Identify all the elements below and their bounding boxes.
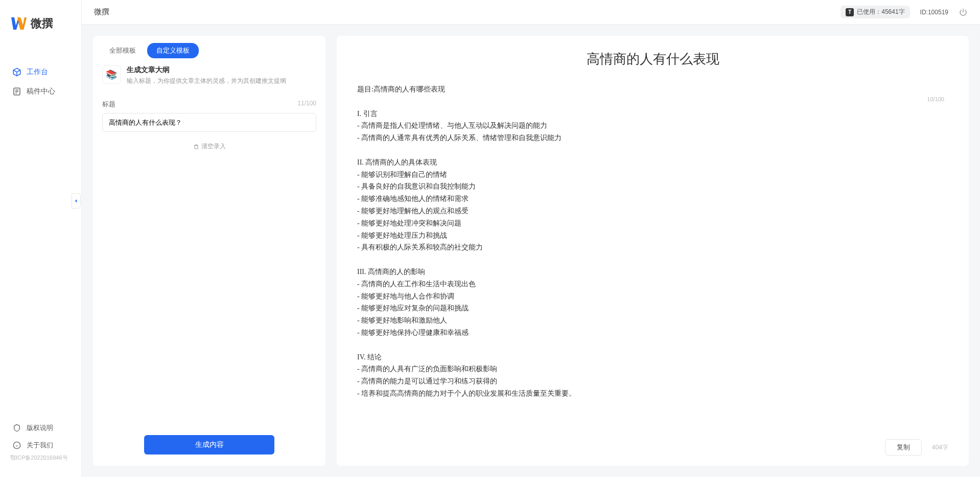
- document-icon: [12, 87, 21, 96]
- output-body[interactable]: 题目:高情商的人有哪些表现 I. 引言 - 高情商是指人们处理情绪、与他人互动以…: [337, 71, 969, 432]
- power-icon[interactable]: [959, 8, 968, 17]
- bottom-nav: 版权说明 关于我们 鄂ICP备2022016946号: [0, 419, 81, 477]
- nav-about[interactable]: 关于我们: [0, 437, 81, 454]
- logo-icon: [10, 15, 27, 32]
- page-title: 微撰: [94, 7, 109, 17]
- topbar: 微撰 T 已使用：45641字 ID:100519: [82, 0, 980, 25]
- nav-label: 关于我们: [27, 441, 53, 450]
- output-title-counter: 10/100: [927, 96, 944, 102]
- chevron-left-icon: [74, 198, 79, 203]
- nav-workbench[interactable]: 工作台: [0, 62, 81, 82]
- title-input[interactable]: [102, 113, 316, 132]
- main-nav: 工作台 稿件中心: [0, 42, 81, 419]
- tab-all-templates[interactable]: 全部模板: [100, 43, 145, 58]
- usage-text: 已使用：45641字: [857, 8, 904, 16]
- sidebar: 微撰 工作台 稿件中心 版权说明: [0, 0, 82, 477]
- template-desc: 输入标题，为你提供文章主体的灵感，并为其创建推文提纲: [127, 77, 286, 85]
- template-title: 生成文章大纲: [127, 65, 286, 75]
- output-panel: 高情商的人有什么表现 10/100 题目:高情商的人有哪些表现 I. 引言 - …: [337, 36, 969, 466]
- field-label: 标题: [102, 100, 115, 109]
- nav-label: 版权说明: [27, 423, 53, 433]
- field-counter: 11/100: [297, 100, 316, 109]
- shield-icon: [12, 423, 21, 433]
- cube-icon: [12, 67, 21, 77]
- brand-text: 微撰: [31, 16, 53, 31]
- icp-text: 鄂ICP备2022016946号: [0, 454, 81, 467]
- nav-drafts[interactable]: 稿件中心: [0, 82, 81, 101]
- trash-icon: [193, 144, 199, 150]
- word-count: 404字: [932, 443, 948, 452]
- clear-label: 清空录入: [201, 142, 226, 151]
- text-count-icon: T: [846, 8, 854, 16]
- generate-button[interactable]: 生成内容: [144, 435, 274, 455]
- output-title: 高情商的人有什么表现: [337, 36, 969, 71]
- copy-button[interactable]: 复制: [885, 439, 922, 456]
- input-panel: 全部模板 自定义模板 📚 生成文章大纲 输入标题，为你提供文章主体的灵感，并为其…: [93, 36, 325, 466]
- nav-label: 稿件中心: [27, 87, 55, 96]
- info-icon: [12, 441, 21, 450]
- usage-chip: T 已使用：45641字: [841, 6, 909, 18]
- books-icon: 📚: [102, 65, 121, 84]
- nav-copyright[interactable]: 版权说明: [0, 419, 81, 437]
- clear-button[interactable]: 清空录入: [193, 142, 226, 151]
- tab-custom-templates[interactable]: 自定义模板: [147, 43, 199, 58]
- logo: 微撰: [0, 0, 81, 42]
- template-card: 📚 生成文章大纲 输入标题，为你提供文章主体的灵感，并为其创建推文提纲: [93, 58, 325, 90]
- template-tabs: 全部模板 自定义模板: [93, 36, 325, 58]
- user-id: ID:100519: [920, 9, 948, 16]
- sidebar-collapse-button[interactable]: [72, 193, 81, 209]
- nav-label: 工作台: [27, 67, 48, 77]
